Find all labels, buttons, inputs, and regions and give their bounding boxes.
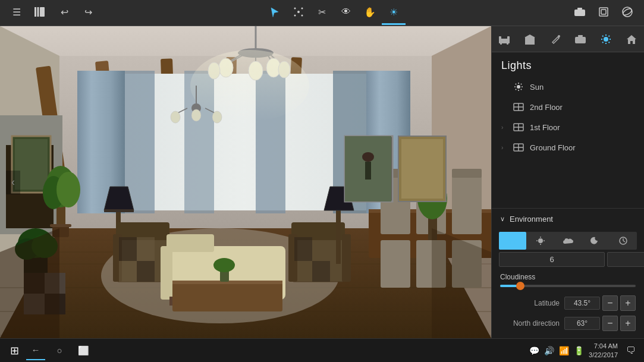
north-direction-plus-button[interactable]: + — [620, 316, 636, 331]
svg-rect-90 — [137, 237, 155, 261]
taskbar-notification-button[interactable]: 🗨 — [623, 342, 639, 359]
svg-point-7 — [301, 15, 303, 17]
cloudiness-thumb[interactable] — [516, 282, 524, 290]
room-scene — [0, 26, 491, 338]
taskbar-time: 7:04 AM — [589, 342, 618, 350]
svg-rect-0 — [34, 7, 36, 17]
viewport[interactable]: ‹ — [0, 26, 491, 338]
time-btn-cloudy[interactable] — [554, 232, 582, 250]
taskbar-network-icon[interactable]: 📶 — [559, 346, 569, 355]
svg-point-4 — [294, 8, 296, 10]
svg-point-56 — [171, 111, 180, 123]
menu-button[interactable]: ☰ — [5, 1, 29, 25]
time-inputs: AM — [499, 252, 637, 267]
svg-rect-87 — [119, 237, 137, 261]
panel-tab-paint[interactable] — [545, 29, 566, 50]
panel-tab-lights[interactable] — [595, 29, 617, 50]
orbit-button[interactable] — [615, 1, 639, 25]
svg-point-3 — [297, 11, 300, 13]
cut-button[interactable]: ✂ — [310, 1, 334, 25]
light-item-1st-floor[interactable]: › 1st Floor — [497, 117, 639, 137]
taskbar-date: 3/22/2017 — [589, 351, 618, 359]
svg-point-6 — [294, 15, 296, 17]
view-button[interactable]: 👁 — [334, 1, 358, 25]
svg-rect-68 — [50, 224, 71, 227]
taskbar-clock[interactable]: 7:04 AM 3/22/2017 — [589, 342, 618, 359]
svg-point-136 — [558, 35, 560, 37]
svg-line-155 — [516, 84, 516, 84]
time-btn-day[interactable] — [526, 232, 554, 250]
taskbar-search[interactable]: ○ — [50, 341, 69, 360]
hour-input[interactable] — [499, 252, 605, 267]
taskbar-volume-icon[interactable]: 🔊 — [544, 346, 554, 355]
svg-rect-130 — [500, 42, 502, 45]
latitude-minus-button[interactable]: − — [602, 295, 618, 311]
2nd-floor-label: 2nd Floor — [530, 103, 634, 112]
paint-button[interactable]: ✋ — [358, 1, 382, 25]
redo-button[interactable]: ↪ — [76, 1, 100, 25]
north-direction-input[interactable] — [564, 317, 600, 330]
sun-button[interactable]: ☀ — [382, 1, 406, 25]
north-direction-row: North direction − + — [492, 313, 644, 333]
latitude-row: Latitude − + — [492, 293, 644, 313]
sun-light-label: Sun — [530, 83, 634, 92]
svg-rect-132 — [499, 36, 501, 39]
panel-tab-furniture[interactable] — [494, 29, 515, 50]
taskbar-battery-icon[interactable]: 🔋 — [574, 346, 584, 355]
svg-point-150 — [517, 85, 520, 89]
camera-button[interactable] — [568, 1, 592, 25]
cloudiness-slider[interactable] — [500, 285, 636, 287]
svg-point-105 — [213, 258, 235, 272]
taskbar-taskview[interactable]: ⬜ — [74, 341, 93, 360]
lights-list: Sun 2nd Floor › 1st Floor › — [492, 77, 644, 208]
latitude-input[interactable] — [564, 297, 600, 310]
svg-rect-118 — [452, 169, 482, 178]
svg-marker-135 — [524, 34, 535, 37]
time-btn-sunrise[interactable] — [499, 232, 526, 250]
time-btn-custom[interactable] — [610, 232, 637, 250]
export-button[interactable] — [592, 1, 615, 25]
svg-rect-11 — [599, 8, 608, 16]
latitude-plus-button[interactable]: + — [620, 295, 636, 311]
undo-button[interactable]: ↩ — [52, 1, 76, 25]
svg-line-157 — [521, 84, 522, 84]
panel-tab-home[interactable] — [621, 29, 642, 50]
left-nav-arrow[interactable]: ‹ — [6, 171, 20, 194]
taskbar-chat-icon[interactable]: 💬 — [529, 346, 539, 355]
light-item-2nd-floor[interactable]: 2nd Floor — [497, 97, 639, 117]
svg-rect-88 — [137, 261, 155, 282]
svg-rect-10 — [577, 8, 582, 10]
2nd-floor-icon — [512, 100, 525, 114]
minute-input[interactable] — [607, 252, 644, 267]
svg-rect-134 — [525, 37, 535, 45]
panel-tab-camera[interactable] — [570, 29, 591, 50]
environment-header[interactable]: ∨ Environment — [492, 209, 644, 229]
top-toolbar: ☰ ↩ ↪ ✂ 👁 ✋ ☀ — [0, 0, 644, 26]
select-button[interactable] — [263, 1, 287, 25]
light-item-sun[interactable]: Sun — [497, 77, 639, 97]
ground-floor-label: Ground Floor — [530, 143, 634, 152]
svg-point-57 — [191, 109, 201, 121]
light-item-ground-floor[interactable]: › Ground Floor — [497, 137, 639, 158]
start-button[interactable]: ⊞ — [5, 341, 24, 360]
north-direction-label: North direction — [500, 319, 560, 328]
svg-point-140 — [604, 37, 608, 42]
svg-rect-101 — [312, 261, 330, 282]
svg-point-5 — [301, 8, 303, 10]
library-button[interactable] — [29, 1, 52, 25]
svg-rect-124 — [365, 162, 371, 180]
panel-title: Lights — [492, 52, 644, 77]
panel-tab-building[interactable] — [519, 29, 541, 50]
svg-rect-81 — [104, 209, 134, 212]
svg-rect-102 — [172, 282, 282, 311]
move-button[interactable] — [287, 1, 310, 25]
svg-rect-2 — [40, 7, 45, 17]
north-direction-minus-button[interactable]: − — [602, 316, 618, 331]
time-btn-night[interactable] — [582, 232, 609, 250]
time-of-day-buttons — [499, 232, 637, 250]
taskbar-back[interactable]: ← — [26, 341, 45, 360]
latitude-label: Latitude — [500, 299, 560, 307]
right-panel: Lights Sun 2nd Floor › — [491, 26, 644, 338]
svg-point-173 — [538, 238, 543, 243]
svg-rect-133 — [507, 36, 510, 39]
